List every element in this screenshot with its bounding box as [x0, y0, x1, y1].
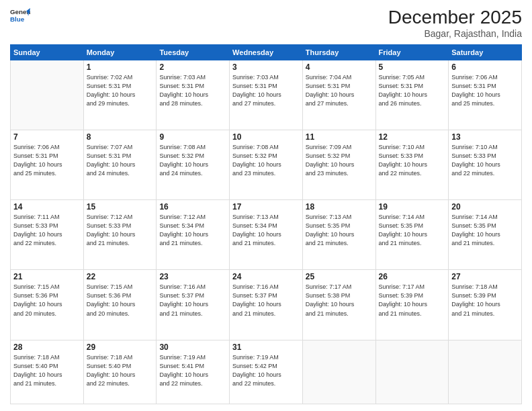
- day-info: Sunrise: 7:16 AMSunset: 5:37 PMDaylight:…: [159, 283, 226, 318]
- table-row: 26Sunrise: 7:17 AMSunset: 5:39 PMDayligh…: [375, 270, 449, 340]
- day-info: Sunrise: 7:09 AMSunset: 5:32 PMDaylight:…: [306, 143, 373, 178]
- day-number: 4: [306, 62, 373, 72]
- day-info: Sunrise: 7:19 AMSunset: 5:42 PMDaylight:…: [232, 353, 300, 388]
- table-row: 29Sunrise: 7:18 AMSunset: 5:40 PMDayligh…: [83, 340, 157, 404]
- table-row: 18Sunrise: 7:13 AMSunset: 5:35 PMDayligh…: [302, 200, 375, 270]
- day-info: Sunrise: 7:14 AMSunset: 5:35 PMDaylight:…: [451, 213, 519, 248]
- table-row: 17Sunrise: 7:13 AMSunset: 5:34 PMDayligh…: [230, 200, 303, 270]
- day-info: Sunrise: 7:19 AMSunset: 5:41 PMDaylight:…: [159, 353, 226, 388]
- day-info: Sunrise: 7:03 AMSunset: 5:31 PMDaylight:…: [232, 73, 300, 108]
- day-number: 17: [232, 202, 300, 212]
- day-info: Sunrise: 7:08 AMSunset: 5:32 PMDaylight:…: [159, 143, 226, 178]
- day-number: 31: [232, 342, 300, 352]
- table-row: [375, 340, 449, 404]
- day-number: 15: [87, 202, 154, 212]
- table-row: 31Sunrise: 7:19 AMSunset: 5:42 PMDayligh…: [230, 340, 303, 404]
- day-number: 27: [451, 272, 519, 281]
- table-row: 19Sunrise: 7:14 AMSunset: 5:35 PMDayligh…: [375, 200, 449, 270]
- day-number: 21: [13, 272, 81, 281]
- day-number: 1: [87, 62, 154, 72]
- day-info: Sunrise: 7:05 AMSunset: 5:31 PMDaylight:…: [379, 73, 446, 108]
- day-number: 16: [159, 202, 226, 212]
- day-number: 6: [451, 62, 519, 72]
- day-info: Sunrise: 7:08 AMSunset: 5:32 PMDaylight:…: [232, 143, 300, 178]
- table-row: 12Sunrise: 7:10 AMSunset: 5:33 PMDayligh…: [375, 130, 449, 200]
- day-number: 11: [306, 132, 373, 142]
- calendar-header-row: Sunday Monday Tuesday Wednesday Thursday…: [11, 45, 522, 60]
- table-row: 15Sunrise: 7:12 AMSunset: 5:33 PMDayligh…: [83, 200, 157, 270]
- table-row: 3Sunrise: 7:03 AMSunset: 5:31 PMDaylight…: [230, 60, 303, 130]
- col-wednesday: Wednesday: [230, 45, 303, 60]
- day-info: Sunrise: 7:18 AMSunset: 5:40 PMDaylight:…: [13, 353, 81, 388]
- table-row: 22Sunrise: 7:15 AMSunset: 5:36 PMDayligh…: [83, 270, 157, 340]
- day-info: Sunrise: 7:10 AMSunset: 5:33 PMDaylight:…: [379, 143, 446, 178]
- day-number: 5: [379, 62, 446, 72]
- page: General Blue December 2025 Bagar, Rajast…: [0, 0, 532, 411]
- day-info: Sunrise: 7:03 AMSunset: 5:31 PMDaylight:…: [159, 73, 226, 108]
- table-row: 23Sunrise: 7:16 AMSunset: 5:37 PMDayligh…: [157, 270, 230, 340]
- header: General Blue December 2025 Bagar, Rajast…: [10, 7, 522, 39]
- day-number: 3: [232, 62, 300, 72]
- day-number: 18: [306, 202, 373, 212]
- day-info: Sunrise: 7:17 AMSunset: 5:39 PMDaylight:…: [379, 283, 446, 318]
- day-number: 10: [232, 132, 300, 142]
- day-number: 23: [159, 272, 226, 281]
- table-row: [449, 340, 522, 404]
- table-row: 9Sunrise: 7:08 AMSunset: 5:32 PMDaylight…: [157, 130, 230, 200]
- table-row: 24Sunrise: 7:16 AMSunset: 5:37 PMDayligh…: [230, 270, 303, 340]
- day-info: Sunrise: 7:10 AMSunset: 5:33 PMDaylight:…: [451, 143, 519, 178]
- day-info: Sunrise: 7:02 AMSunset: 5:31 PMDaylight:…: [87, 73, 154, 108]
- day-number: 28: [13, 342, 81, 352]
- day-number: 24: [232, 272, 300, 281]
- table-row: 6Sunrise: 7:06 AMSunset: 5:31 PMDaylight…: [449, 60, 522, 130]
- col-thursday: Thursday: [302, 45, 375, 60]
- day-info: Sunrise: 7:15 AMSunset: 5:36 PMDaylight:…: [13, 283, 81, 318]
- day-number: 22: [87, 272, 154, 281]
- day-number: 2: [159, 62, 226, 72]
- table-row: 20Sunrise: 7:14 AMSunset: 5:35 PMDayligh…: [449, 200, 522, 270]
- table-row: 5Sunrise: 7:05 AMSunset: 5:31 PMDaylight…: [375, 60, 449, 130]
- day-number: 30: [159, 342, 226, 352]
- day-number: 7: [13, 132, 81, 142]
- logo: General Blue: [10, 7, 30, 24]
- location-subtitle: Bagar, Rajasthan, India: [388, 28, 522, 39]
- table-row: 21Sunrise: 7:15 AMSunset: 5:36 PMDayligh…: [11, 270, 84, 340]
- day-info: Sunrise: 7:16 AMSunset: 5:37 PMDaylight:…: [232, 283, 300, 318]
- day-info: Sunrise: 7:13 AMSunset: 5:35 PMDaylight:…: [306, 213, 373, 248]
- day-info: Sunrise: 7:12 AMSunset: 5:34 PMDaylight:…: [159, 213, 226, 248]
- col-friday: Friday: [375, 45, 449, 60]
- day-number: 29: [87, 342, 154, 352]
- table-row: 30Sunrise: 7:19 AMSunset: 5:41 PMDayligh…: [157, 340, 230, 404]
- day-info: Sunrise: 7:17 AMSunset: 5:38 PMDaylight:…: [306, 283, 373, 318]
- table-row: 16Sunrise: 7:12 AMSunset: 5:34 PMDayligh…: [157, 200, 230, 270]
- day-number: 26: [379, 272, 446, 281]
- day-info: Sunrise: 7:18 AMSunset: 5:40 PMDaylight:…: [87, 353, 154, 388]
- day-number: 20: [451, 202, 519, 212]
- logo-icon: General Blue: [10, 7, 30, 24]
- day-number: 19: [379, 202, 446, 212]
- day-info: Sunrise: 7:14 AMSunset: 5:35 PMDaylight:…: [379, 213, 446, 248]
- table-row: 27Sunrise: 7:18 AMSunset: 5:39 PMDayligh…: [449, 270, 522, 340]
- svg-text:Blue: Blue: [10, 15, 25, 23]
- day-info: Sunrise: 7:13 AMSunset: 5:34 PMDaylight:…: [232, 213, 300, 248]
- table-row: 14Sunrise: 7:11 AMSunset: 5:33 PMDayligh…: [11, 200, 84, 270]
- table-row: 11Sunrise: 7:09 AMSunset: 5:32 PMDayligh…: [302, 130, 375, 200]
- col-saturday: Saturday: [449, 45, 522, 60]
- day-number: 14: [13, 202, 81, 212]
- day-info: Sunrise: 7:06 AMSunset: 5:31 PMDaylight:…: [451, 73, 519, 108]
- table-row: 4Sunrise: 7:04 AMSunset: 5:31 PMDaylight…: [302, 60, 375, 130]
- day-info: Sunrise: 7:18 AMSunset: 5:39 PMDaylight:…: [451, 283, 519, 318]
- table-row: 1Sunrise: 7:02 AMSunset: 5:31 PMDaylight…: [83, 60, 157, 130]
- day-info: Sunrise: 7:04 AMSunset: 5:31 PMDaylight:…: [306, 73, 373, 108]
- table-row: 25Sunrise: 7:17 AMSunset: 5:38 PMDayligh…: [302, 270, 375, 340]
- day-number: 8: [87, 132, 154, 142]
- table-row: [11, 60, 84, 130]
- table-row: 10Sunrise: 7:08 AMSunset: 5:32 PMDayligh…: [230, 130, 303, 200]
- day-number: 9: [159, 132, 226, 142]
- calendar-table: Sunday Monday Tuesday Wednesday Thursday…: [10, 44, 522, 404]
- table-row: 13Sunrise: 7:10 AMSunset: 5:33 PMDayligh…: [449, 130, 522, 200]
- table-row: 28Sunrise: 7:18 AMSunset: 5:40 PMDayligh…: [11, 340, 84, 404]
- day-info: Sunrise: 7:15 AMSunset: 5:36 PMDaylight:…: [87, 283, 154, 318]
- table-row: 7Sunrise: 7:06 AMSunset: 5:31 PMDaylight…: [11, 130, 84, 200]
- month-title: December 2025: [388, 7, 522, 28]
